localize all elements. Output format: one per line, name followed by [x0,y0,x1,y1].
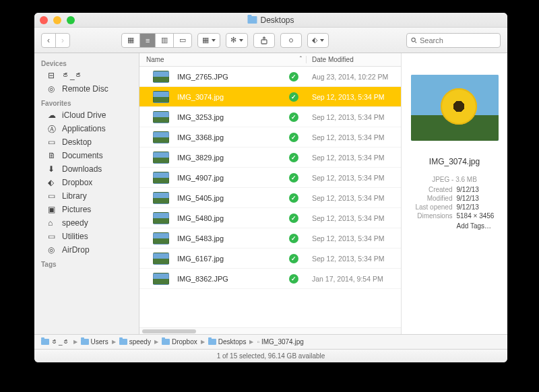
dropbox-icon: ⬖ [312,36,317,44]
svg-line-3 [415,41,416,42]
titlebar: Desktops [34,13,507,28]
folder-icon [81,339,89,345]
home-icon: ⌂ [48,218,57,228]
sidebar-item-documents[interactable]: 🗎Documents [34,149,139,162]
sidebar-item-airdrop[interactable]: ◎AirDrop [34,243,139,257]
tags-button[interactable] [280,33,302,48]
file-row[interactable]: IMG_6167.jpgSep 12, 2013, 5:34 PM [139,249,401,269]
sidebar-item-applications[interactable]: ⒶApplications [34,122,139,135]
path-separator-icon: ▶ [201,339,205,345]
app-icon: Ⓐ [48,124,57,133]
dropbox-icon: ⬖ [48,178,57,187]
path-segment[interactable]: Dropbox [162,338,197,346]
file-row[interactable]: IMG_5480.jpgSep 12, 2013, 5:34 PM [139,208,401,228]
file-name: IMG_3253.jpg [177,113,289,121]
file-row[interactable]: IMG_5405.jpgSep 12, 2013, 5:34 PM [139,188,401,208]
horizontal-scrollbar[interactable] [139,327,401,334]
search-field[interactable] [406,33,501,48]
svg-point-2 [412,38,415,41]
path-segment[interactable]: speedy [119,338,151,346]
folder-icon: ▭ [48,191,57,201]
file-row[interactable]: IMG_3368.jpgSep 12, 2013, 5:34 PM [139,127,401,148]
sidebar-item-downloads[interactable]: ⬇Downloads [34,162,139,176]
path-segment[interactable]: ▫IMG_3074.jpg [257,338,303,346]
column-date[interactable]: Date Modified [307,56,401,63]
sidebar-item-disk[interactable]: ⊟ಠ_ಠ [34,69,139,82]
sync-check-icon [289,234,298,243]
file-row[interactable]: IMG_3253.jpgSep 12, 2013, 5:34 PM [139,107,401,127]
columns-icon: ▥ [161,36,168,44]
zoom-button[interactable] [67,16,75,24]
tag-icon [289,38,293,42]
nav-segment: ‹ › [41,33,70,48]
close-button[interactable] [40,16,48,24]
folder-icon [247,16,257,24]
file-row[interactable]: IMG_3074.jpgSep 12, 2013, 5:34 PM [139,87,401,107]
forward-button[interactable]: › [56,34,69,47]
share-icon [260,36,268,44]
folder-icon [208,339,216,345]
sidebar-item-icloud[interactable]: ☁iCloud Drive [34,108,139,122]
column-headers: Name ˆ Date Modified [139,53,401,67]
sidebar-item-desktop[interactable]: ▭Desktop [34,135,139,149]
file-thumbnail [153,192,169,204]
search-input[interactable] [420,36,496,44]
gallery-view-button[interactable]: ▭ [174,34,191,47]
sidebar-item-home[interactable]: ⌂speedy [34,216,139,230]
toolbar: ‹ › ▦ ≡ ▥ ▭ ▦ ✻ ⬖ [34,28,507,53]
minimize-button[interactable] [53,16,61,24]
sidebar-item-library[interactable]: ▭Library [34,189,139,203]
path-separator-icon: ▶ [112,339,116,345]
file-row[interactable]: IMG_3829.jpgSep 12, 2013, 5:34 PM [139,148,401,168]
icon-view-button[interactable]: ▦ [122,34,140,47]
view-segment: ▦ ≡ ▥ ▭ [121,33,192,48]
file-date: Sep 12, 2013, 5:34 PM [307,93,401,101]
list-icon: ≡ [146,36,150,44]
sidebar: Devices ⊟ಠ_ಠ ◎Remote Disc Favorites ☁iCl… [34,53,139,334]
documents-icon: 🗎 [48,151,57,160]
file-row[interactable]: IMG_5483.jpgSep 12, 2013, 5:34 PM [139,228,401,249]
file-rows[interactable]: IMG_2765.JPGAug 23, 2014, 10:22 PMIMG_30… [139,67,401,327]
file-date: Sep 12, 2013, 5:34 PM [307,174,401,182]
sidebar-item-remote-disc[interactable]: ◎Remote Disc [34,82,139,96]
airdrop-icon: ◎ [48,245,57,255]
gallery-icon: ▭ [179,36,186,44]
file-name: IMG_3368.jpg [177,133,289,141]
file-row[interactable]: IMG_8362.JPGJan 17, 2014, 9:54 PM [139,269,401,289]
file-thumbnail [153,71,169,83]
file-name: IMG_5405.jpg [177,194,289,202]
preview-pane: IMG_3074.jpg JPEG - 3.6 MB Created9/12/1… [401,53,507,334]
file-thumbnail [153,253,169,265]
dropbox-button[interactable]: ⬖ [307,33,329,48]
action-button[interactable]: ✻ [226,33,248,48]
back-button[interactable]: ‹ [42,34,56,47]
column-name[interactable]: Name ˆ [139,56,307,63]
chevron-right-icon: › [61,36,64,45]
sync-check-icon [289,254,298,263]
list-view-button[interactable]: ≡ [140,34,156,47]
path-segment[interactable]: Users [81,338,108,346]
meta-key: Dimensions [410,212,453,220]
search-icon [411,37,417,44]
path-separator-icon: ▶ [73,339,77,345]
meta-value: 9/12/13 [457,203,500,211]
file-thumbnail [153,232,169,244]
sidebar-item-pictures[interactable]: ▣Pictures [34,203,139,216]
arrange-button[interactable]: ▦ [197,33,220,48]
path-segment[interactable]: Desktops [208,338,247,346]
path-bar: ಠ_ಠ▶Users▶speedy▶Dropbox▶Desktops▶▫IMG_3… [34,334,507,349]
sidebar-item-dropbox[interactable]: ⬖Dropbox [34,176,139,189]
file-date: Sep 12, 2013, 5:34 PM [307,234,401,242]
sidebar-item-utilities[interactable]: ▭Utilities [34,230,139,243]
preview-metadata: Created9/12/13Modified9/12/13Last opened… [410,186,499,220]
meta-key: Modified [410,195,453,202]
folder-icon [119,339,127,345]
add-tags-link[interactable]: Add Tags… [457,222,500,230]
column-view-button[interactable]: ▥ [156,34,174,47]
share-button[interactable] [253,33,275,48]
file-row[interactable]: IMG_2765.JPGAug 23, 2014, 10:22 PM [139,67,401,87]
file-thumbnail [153,91,169,103]
path-segment[interactable]: ಠ_ಠ [41,338,70,346]
file-row[interactable]: IMG_4907.jpgSep 12, 2013, 5:34 PM [139,168,401,188]
sidebar-heading-favorites: Favorites [34,96,139,108]
